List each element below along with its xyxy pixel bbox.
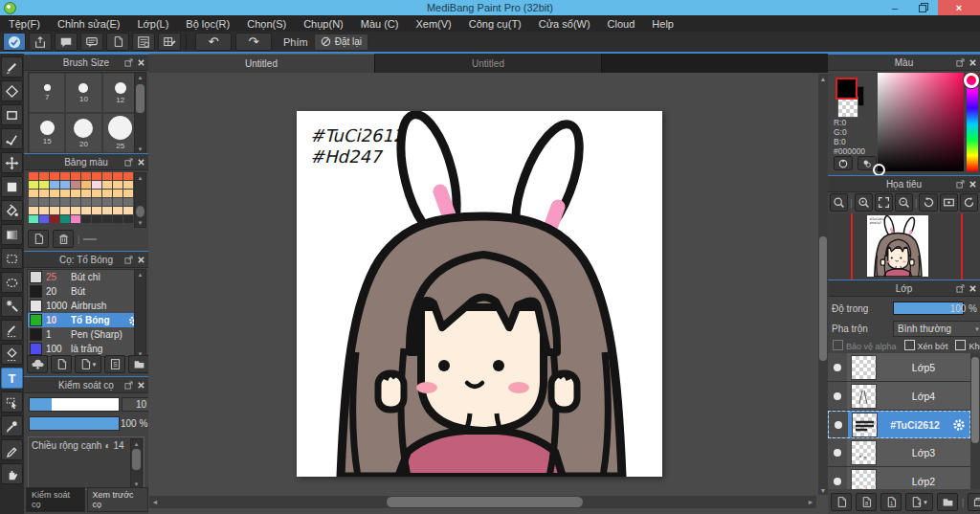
palette-swatch[interactable] (92, 198, 101, 206)
palette-swatch[interactable] (123, 190, 133, 197)
layer-row[interactable]: Lớp5 (828, 353, 970, 382)
document-tab[interactable]: Untitled (375, 54, 602, 73)
scroll-up-icon[interactable]: ▲ (818, 74, 828, 83)
comment-button[interactable] (55, 33, 78, 51)
brush-size-option[interactable]: 10 (65, 73, 101, 113)
maximize-button[interactable] (909, 0, 938, 15)
close-icon[interactable] (969, 284, 977, 293)
brush-row[interactable]: 20Bút (28, 284, 143, 299)
popup-icon[interactable] (124, 158, 133, 167)
palette-swatch[interactable] (60, 215, 70, 223)
palette-swatch[interactable] (81, 207, 91, 214)
fill-rect-tool[interactable] (1, 176, 23, 197)
navigator-header[interactable]: Họa tiêu (828, 176, 980, 192)
scroll-thumb[interactable] (132, 449, 141, 470)
scroll-thumb[interactable] (819, 236, 827, 361)
layers-header[interactable]: Lớp (828, 280, 980, 297)
canvas-horizontal-scrollbar[interactable]: ◄ ► (149, 496, 816, 508)
palette-swatch[interactable] (50, 172, 59, 180)
marquee-select-tool[interactable] (1, 248, 23, 269)
scroll-right-icon[interactable]: ► (805, 496, 816, 508)
add-brush-button[interactable] (51, 355, 72, 373)
color-header[interactable]: Màu (828, 55, 980, 71)
palette-swatch[interactable] (39, 190, 49, 197)
menu-help[interactable]: Help (643, 18, 682, 30)
palette-swatch[interactable] (92, 172, 101, 180)
palette-swatch[interactable] (60, 172, 70, 180)
hand-tool[interactable] (1, 463, 23, 484)
menu-window[interactable]: Cửa sổ(W) (530, 18, 599, 30)
saturation-brightness-box[interactable] (878, 73, 964, 171)
scroll-up-icon[interactable]: ▲ (131, 439, 142, 448)
brush-list-scrollbar[interactable]: ▲ ▼ (134, 269, 146, 359)
gradient-tool[interactable] (1, 224, 23, 245)
layer-row-selected[interactable]: #TuCi2612 (828, 411, 970, 438)
scroll-thumb[interactable] (971, 357, 979, 443)
foreground-color-swatch[interactable] (835, 78, 858, 100)
history-list-button[interactable] (132, 33, 155, 51)
brush-row[interactable]: 25Bút chì (28, 270, 143, 284)
palette-swatch[interactable] (123, 181, 133, 189)
document-tab-active[interactable]: Untitled (148, 54, 375, 73)
rotate-left-button[interactable] (919, 193, 937, 212)
popup-icon[interactable] (956, 58, 965, 67)
grid-edit-button[interactable] (158, 33, 181, 51)
export-button[interactable] (29, 33, 52, 51)
scroll-up-icon[interactable]: ▲ (135, 270, 145, 279)
close-icon[interactable] (137, 158, 145, 167)
scroll-up-icon[interactable]: ▲ (135, 73, 145, 81)
brush-width-slider[interactable] (29, 397, 120, 412)
palette-swatch[interactable] (81, 181, 91, 189)
layer-settings-gear-icon[interactable] (952, 418, 966, 432)
palette-swatch[interactable] (50, 198, 59, 206)
brush-size-header[interactable]: Brush Size (24, 55, 148, 71)
layer-row[interactable]: Lớp2 (828, 467, 970, 489)
hue-selector-ring[interactable] (964, 73, 979, 88)
palette-swatch[interactable] (102, 172, 112, 180)
fit-screen-button[interactable] (875, 193, 893, 212)
navigator-preview[interactable] (828, 213, 980, 279)
palette-swatch[interactable] (102, 190, 112, 197)
scroll-up-icon[interactable]: ▲ (135, 173, 145, 182)
palette-swatch[interactable] (60, 207, 70, 214)
palette-swatch[interactable] (71, 215, 80, 223)
navigator-thumbnail[interactable] (867, 215, 928, 277)
add-layer-menu-button[interactable]: ▼ (905, 493, 933, 511)
delete-color-button[interactable] (53, 230, 74, 248)
palette-scrollbar[interactable]: ▲ ▼ (134, 172, 146, 228)
palette-swatch[interactable] (71, 190, 80, 197)
brush-size-scrollbar[interactable]: ▲ ▼ (134, 72, 146, 154)
lasso-select-tool[interactable] (1, 272, 23, 293)
pen-tool[interactable] (1, 56, 23, 78)
menu-tools[interactable]: Công cụ(T) (460, 18, 530, 30)
layer-visibility[interactable] (828, 353, 847, 381)
palette-swatch[interactable] (102, 207, 112, 214)
brush-width-value[interactable]: 10 (122, 397, 150, 412)
palette-swatch[interactable] (50, 181, 59, 189)
menu-view[interactable]: Xem(V) (407, 18, 459, 30)
scroll-thumb[interactable] (136, 84, 145, 113)
scroll-thumb[interactable] (387, 497, 583, 507)
menu-edit[interactable]: Chỉnh sửa(E) (49, 18, 128, 30)
popup-icon[interactable] (956, 180, 965, 189)
brush-row[interactable]: 1Pen (Sharp) (28, 327, 143, 342)
fit-view-button[interactable] (940, 193, 958, 212)
palette-swatch[interactable] (71, 181, 80, 189)
palette-swatch[interactable] (81, 190, 91, 197)
menu-cloud[interactable]: Cloud (599, 18, 644, 30)
scroll-thumb[interactable] (136, 206, 145, 217)
menu-file[interactable]: Tệp(F) (0, 18, 49, 30)
scroll-down-icon[interactable]: ▼ (818, 485, 828, 495)
shape-tool[interactable] (1, 104, 23, 125)
close-icon[interactable] (969, 180, 977, 189)
select-pen-tool[interactable] (1, 320, 23, 341)
palette-swatch[interactable] (39, 198, 49, 206)
add-layer-button[interactable] (831, 493, 852, 511)
palette-swatch[interactable] (39, 215, 49, 223)
layer-visibility[interactable] (828, 467, 847, 489)
new-color-button[interactable] (28, 230, 49, 248)
palette-swatch[interactable] (81, 172, 91, 180)
menu-layer[interactable]: Lớp(L) (128, 18, 177, 30)
palette-swatch[interactable] (39, 181, 49, 189)
palette-swatch[interactable] (29, 190, 38, 197)
